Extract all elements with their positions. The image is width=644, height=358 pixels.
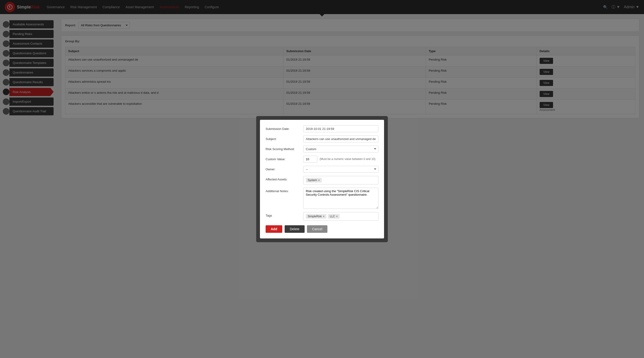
form-row-subject: Subject: <box>266 136 378 142</box>
affected-assets-label: Affected Assets: <box>266 176 303 181</box>
owner-label: Owner: <box>266 166 303 171</box>
tags-label: Tags <box>266 212 303 217</box>
additional-notes-label: Additional Notes: <box>266 188 303 193</box>
form-row-tags: Tags SimpleRisk × LLC × <box>266 212 378 221</box>
additional-notes-textarea[interactable]: Risk created using the "SimpleRisk CIS C… <box>303 188 378 209</box>
page-container: Available Assessments Pending Risks Asse… <box>0 14 644 358</box>
tag-remove-icon[interactable]: × <box>323 214 324 218</box>
tag-llc: LLC × <box>328 214 340 219</box>
form-row-owner: Owner: -- <box>266 166 378 173</box>
subject-label: Subject: <box>266 136 303 141</box>
custom-value-hint: (Must be a numeric value between 0 and 1… <box>320 157 375 161</box>
affected-asset-tag: System × <box>306 178 322 183</box>
submission-date-label: Submission Date: <box>266 125 303 131</box>
modal-buttons: Add Delete Cancel <box>266 225 378 233</box>
add-button[interactable]: Add <box>266 225 282 233</box>
form-row-risk-scoring: Risk Scoring Method: Custom CVSS DREAD O… <box>266 146 378 152</box>
affected-assets-container: System × <box>303 176 378 184</box>
tag-remove-icon[interactable]: × <box>336 214 338 218</box>
tag-label: LLC <box>330 215 335 218</box>
subject-input[interactable] <box>303 136 378 142</box>
submission-date-input[interactable] <box>303 125 378 132</box>
custom-value-input[interactable] <box>303 156 317 163</box>
modal-inner: Submission Date: Subject: Risk Scoring M… <box>260 120 384 238</box>
main-content: Report: All Risks from Questionnaires Gr… <box>56 14 644 358</box>
tag-label: System <box>308 179 317 182</box>
custom-value-label: Custom Value: <box>266 156 303 161</box>
tag-label: SimpleRisk <box>308 215 322 218</box>
risk-scoring-select[interactable]: Custom CVSS DREAD OWASP Classic <box>303 146 378 152</box>
form-row-additional-notes: Additional Notes: Risk created using the… <box>266 188 378 209</box>
form-row-custom-value: Custom Value: (Must be a numeric value b… <box>266 156 378 163</box>
custom-value-row: (Must be a numeric value between 0 and 1… <box>303 156 375 163</box>
owner-select[interactable]: -- <box>303 166 378 173</box>
modal-overlay: Submission Date: Subject: Risk Scoring M… <box>0 0 644 358</box>
modal-outer: Submission Date: Subject: Risk Scoring M… <box>256 116 388 242</box>
tag-simplerisk: SimpleRisk × <box>306 214 326 219</box>
tags-container: SimpleRisk × LLC × <box>303 212 378 221</box>
cancel-button[interactable]: Cancel <box>307 225 328 233</box>
risk-scoring-label: Risk Scoring Method: <box>266 146 303 151</box>
delete-button[interactable]: Delete <box>285 225 304 233</box>
tag-remove-icon[interactable]: × <box>318 178 320 182</box>
form-row-affected-assets: Affected Assets: System × <box>266 176 378 184</box>
form-row-submission-date: Submission Date: <box>266 125 378 132</box>
